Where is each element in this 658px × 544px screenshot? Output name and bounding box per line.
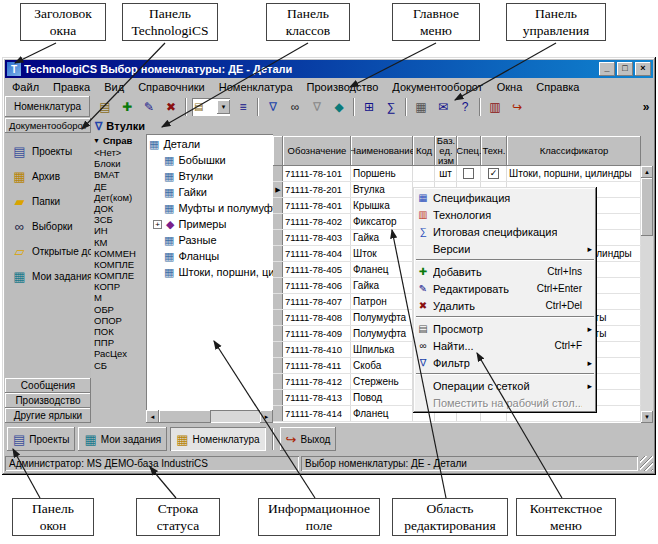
reference-group-header[interactable]: ▼ Справ <box>91 134 146 147</box>
column-header[interactable]: Классификатор <box>507 136 641 166</box>
reference-item[interactable]: ДЕ <box>91 181 146 192</box>
menu-item[interactable]: Справка <box>529 80 586 94</box>
filter-clear-icon[interactable]: ∇ <box>306 97 328 117</box>
sidebar-group-tab[interactable]: Сообщения <box>5 378 91 393</box>
reference-item[interactable]: ДОК <box>91 203 146 214</box>
window-button[interactable]: ▤Проекты <box>7 427 75 451</box>
tree-node[interactable]: ▦Штоки, поршни, цил... <box>149 264 273 280</box>
maximize-button[interactable]: □ <box>617 62 633 76</box>
scroll-right-button[interactable]: ► <box>260 410 273 423</box>
menu-item[interactable]: Вид <box>97 80 131 94</box>
reference-item[interactable]: М <box>91 292 146 303</box>
send-icon[interactable]: ✉ <box>432 97 454 117</box>
sidebar-item[interactable]: ∞Выборки <box>5 214 91 239</box>
table-vertical-scrollbar[interactable]: ▲ ▼ <box>641 166 653 423</box>
minimize-button[interactable]: _ <box>599 62 615 76</box>
docflow-header[interactable]: Документооборот <box>5 118 91 133</box>
table-row[interactable]: 71111-78-101Поршеньшт✓Штоки, поршни, цил… <box>273 166 641 182</box>
column-header[interactable]: Баз. ед. изм <box>435 136 457 166</box>
scrollbar-thumb[interactable] <box>159 410 211 423</box>
context-menu-item[interactable]: ∑Итоговая спецификация <box>415 223 595 240</box>
folder-select-combo[interactable]: ▤▾ <box>192 98 230 116</box>
column-header[interactable]: Техн. <box>481 136 507 166</box>
close-button[interactable]: × <box>635 62 651 76</box>
tree-node[interactable]: ▦Фланцы <box>149 248 273 264</box>
tree-node[interactable]: ▦Муфты и полумуфты <box>149 200 273 216</box>
reference-item[interactable]: ИН <box>91 225 146 236</box>
scroll-up-button[interactable]: ▲ <box>641 166 653 178</box>
tree-node[interactable]: ▦Гайки <box>149 184 273 200</box>
reports-icon[interactable]: ▥ <box>484 97 506 117</box>
reference-item[interactable]: КОМПЛЕ <box>91 259 146 270</box>
expand-icon[interactable]: + <box>153 220 162 229</box>
context-menu-item[interactable]: ✚ДобавитьCtrl+Ins <box>415 263 595 280</box>
reference-item[interactable]: Дет(ком) <box>91 192 146 203</box>
sidebar-item[interactable]: ▤Проекты <box>5 139 91 164</box>
checkbox[interactable]: ✓ <box>488 168 499 179</box>
reference-item[interactable]: РасЦех <box>91 348 146 359</box>
context-menu-item[interactable]: Операции с сеткой▸ <box>415 377 595 394</box>
reference-item[interactable]: СБ <box>91 360 146 371</box>
menu-item[interactable]: Документооборот <box>385 80 489 94</box>
reference-item[interactable]: КОПР <box>91 281 146 292</box>
window-button[interactable]: ▦Номенклатура <box>170 427 265 451</box>
window-button[interactable]: ↪Выход <box>280 427 337 451</box>
resize-grip[interactable] <box>640 456 653 471</box>
reference-item[interactable]: ЗСБ <box>91 214 146 225</box>
find-icon[interactable]: ∞ <box>284 97 306 117</box>
menu-item[interactable]: Файл <box>5 80 46 94</box>
context-menu-item[interactable]: ▤Просмотр▸ <box>415 320 595 337</box>
reference-item[interactable]: КОММЕН <box>91 248 146 259</box>
tree-horizontal-scrollbar[interactable]: ◄ ► <box>146 410 273 423</box>
context-menu-item[interactable]: ▦Спецификация <box>415 189 595 206</box>
reference-item[interactable]: ОБР <box>91 304 146 315</box>
tree-node[interactable]: +◆Примеры <box>149 216 273 232</box>
apply-icon[interactable]: ◆ <box>328 97 350 117</box>
checkbox[interactable] <box>463 168 474 179</box>
column-header[interactable]: Спец. <box>457 136 481 166</box>
reference-item[interactable]: <Нет> <box>91 147 146 158</box>
reference-item[interactable]: КМ <box>91 237 146 248</box>
tree-root[interactable]: ▦Детали <box>149 136 273 152</box>
help-icon[interactable]: ? <box>454 97 476 117</box>
context-menu-item[interactable]: ▥Технология <box>415 206 595 223</box>
menu-item[interactable]: Номенклатура <box>212 80 300 94</box>
reference-item[interactable]: ВМАТ <box>91 169 146 180</box>
window-button[interactable]: ▦Мои задания <box>78 427 167 451</box>
reference-item[interactable]: ОПОР <box>91 315 146 326</box>
context-menu-item[interactable]: ✖УдалитьCtrl+Del <box>415 297 595 314</box>
menu-item[interactable]: Правка <box>46 80 97 94</box>
sidebar-item[interactable]: ▦Архив <box>5 164 91 189</box>
column-header[interactable]: Обозначение <box>283 136 351 166</box>
filter-icon[interactable]: ∇ <box>95 120 102 133</box>
toolbar-overflow-button[interactable]: » <box>639 100 653 114</box>
sidebar-group-tab[interactable]: Производство <box>5 393 91 408</box>
tree-node[interactable]: ▦Бобышки <box>149 152 273 168</box>
tree-node[interactable]: ▦Втулки <box>149 168 273 184</box>
sidebar-item[interactable]: ▦Мои задания <box>5 264 91 289</box>
nomenclature-tab[interactable]: Номенклатура <box>5 96 90 117</box>
reference-item[interactable]: ППР <box>91 337 146 348</box>
sidebar-group-tab[interactable]: Другие ярлыки <box>5 408 91 423</box>
exit-icon[interactable]: ↪ <box>506 97 528 117</box>
tree-view-icon[interactable]: ⊞ <box>358 97 380 117</box>
add-record-icon[interactable]: ✚ <box>116 97 138 117</box>
delete-record-icon[interactable]: ✖ <box>160 97 182 117</box>
filter-edit-icon[interactable]: ∇ <box>262 97 284 117</box>
context-menu-item[interactable]: ∞Найти...Ctrl+F <box>415 337 595 354</box>
summary-icon[interactable]: ∑ <box>380 97 402 117</box>
reference-item[interactable]: ПОК <box>91 326 146 337</box>
open-reference-icon[interactable]: ▤ <box>94 97 116 117</box>
menu-item[interactable]: Производство <box>300 80 386 94</box>
scrollbar-thumb[interactable] <box>641 178 653 236</box>
sidebar-item[interactable]: ▰Папки <box>5 189 91 214</box>
scroll-left-button[interactable]: ◄ <box>146 410 159 423</box>
print-icon[interactable]: ▦ <box>410 97 432 117</box>
context-menu-item[interactable]: Версии▸ <box>415 240 595 257</box>
column-header[interactable]: Код <box>413 136 435 166</box>
menu-item[interactable]: Окна <box>490 80 530 94</box>
reference-item[interactable]: Блоки <box>91 158 146 169</box>
menu-item[interactable]: Справочники <box>131 80 212 94</box>
scroll-down-button[interactable]: ▼ <box>641 411 653 423</box>
column-header[interactable]: Наименование <box>351 136 413 166</box>
